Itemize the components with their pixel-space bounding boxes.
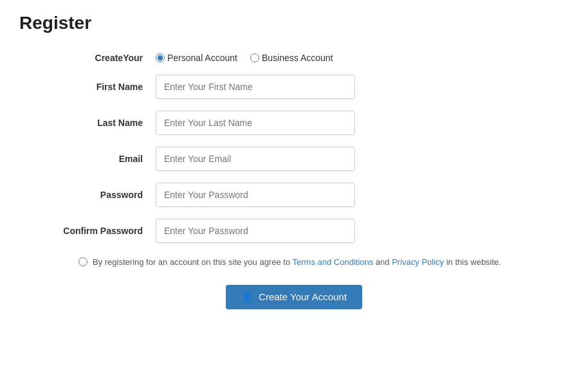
page-title: Register (19, 13, 569, 33)
email-label: Email (53, 154, 156, 164)
personal-account-label: Personal Account (167, 53, 237, 63)
privacy-policy-link[interactable]: Privacy Policy (392, 257, 444, 267)
last-name-label: Last Name (53, 118, 156, 128)
create-your-label: CreateYour (53, 53, 156, 63)
business-account-label: Business Account (262, 53, 333, 63)
last-name-input[interactable] (156, 111, 355, 135)
email-row: Email (53, 147, 535, 171)
business-account-radio[interactable] (250, 53, 259, 62)
terms-after-text: in this website. (444, 257, 501, 267)
terms-before-text: By registering for an account on this si… (93, 257, 293, 267)
first-name-row: First Name (53, 75, 535, 99)
business-account-option[interactable]: Business Account (250, 53, 333, 63)
account-type-row: CreateYour Personal Account Business Acc… (53, 53, 535, 63)
submit-row: 👤 Create Your Account (53, 285, 535, 309)
first-name-input[interactable] (156, 75, 355, 99)
terms-and-conditions-link[interactable]: Terms and Conditions (293, 257, 374, 267)
personal-account-option[interactable]: Personal Account (156, 53, 237, 63)
submit-button-label: Create Your Account (259, 291, 347, 302)
confirm-password-row: Confirm Password (53, 219, 535, 243)
terms-middle-text: and (373, 257, 392, 267)
personal-account-radio[interactable] (156, 53, 165, 62)
user-icon: 👤 (241, 291, 253, 303)
terms-row: By registering for an account on this si… (53, 256, 535, 269)
terms-text: By registering for an account on this si… (93, 256, 501, 269)
password-row: Password (53, 183, 535, 207)
register-form: CreateYour Personal Account Business Acc… (53, 53, 535, 309)
last-name-row: Last Name (53, 111, 535, 135)
confirm-password-input[interactable] (156, 219, 355, 243)
confirm-password-label: Confirm Password (53, 226, 156, 236)
terms-checkbox[interactable] (78, 257, 87, 266)
account-type-group: Personal Account Business Account (156, 53, 333, 63)
first-name-label: First Name (53, 82, 156, 92)
password-input[interactable] (156, 183, 355, 207)
password-label: Password (53, 190, 156, 200)
create-account-button[interactable]: 👤 Create Your Account (226, 285, 362, 309)
email-input[interactable] (156, 147, 355, 171)
